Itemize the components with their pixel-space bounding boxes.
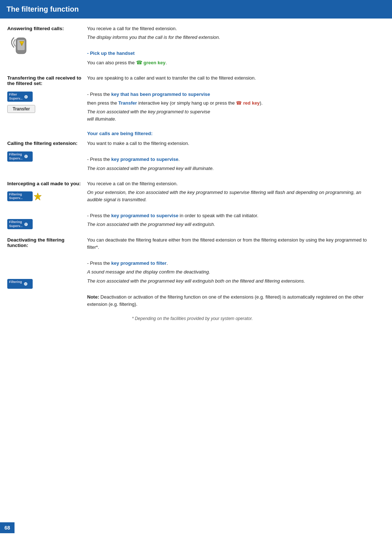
deactivating-text1: You can deactivate the filtering feature… [87, 236, 377, 251]
answering-pickup: - Pick up the handset [87, 50, 377, 57]
deactivating-italic1: A sound message and the display confirm … [87, 268, 377, 276]
calling-icon-area: Filtering Superv... ⊕ [7, 147, 82, 162]
note-label: Note: [87, 294, 99, 300]
answering-section: Answering filtered calls: [7, 25, 377, 68]
transfer-button-widget: Transfer [7, 105, 35, 113]
your-calls-heading: Your calls are being filtered: [87, 131, 377, 136]
intercepting-key-bold: key programmed to supervise [111, 213, 178, 218]
your-calls-subheading-row: Your calls are being filtered: [87, 131, 377, 136]
transferring-icon-area: Filter Superv... ⊕ Transfer [7, 88, 82, 113]
intercepting-icon-area: Filtering Superv... ! [7, 188, 82, 230]
calling-section: Calling the filtering extension: Filteri… [7, 140, 377, 174]
transferring-content: You are speaking to a caller and want to… [87, 74, 377, 124]
deactivating-instruction: - Press the key programmed to filter. [87, 260, 377, 267]
red-key-label: red key [243, 100, 260, 106]
superv-plus-icon2: ⊕ [24, 154, 28, 159]
page-header: The filtering function [0, 0, 392, 19]
ringing-phone-icon: ! [7, 34, 33, 56]
transferring-then: then press the Transfer interactive key … [87, 100, 377, 107]
press-key-bold: key that has been programmed to supervis… [111, 92, 210, 97]
footnote: * Depending on the facilities provided b… [7, 316, 377, 321]
superv-plus-icon: ⊕ [24, 94, 28, 100]
deactivating-content: You can deactivate the filtering feature… [87, 236, 377, 309]
transferring-italic: The icon associated with the key program… [87, 108, 377, 123]
calling-key-bold: key programmed to supervise [111, 157, 178, 162]
answering-text2: The display informs you that the call is… [87, 34, 377, 41]
intercepting-text1: You receive a call on the filtering exte… [87, 180, 377, 187]
page-number: 68 [0, 522, 15, 533]
intercepting-content: You receive a call on the filtering exte… [87, 180, 377, 230]
deactivating-label: Deactivating the filtering function: Fil… [7, 236, 87, 290]
filtering-key-deactivate: Filtering ⊕ [7, 279, 33, 289]
intercepting-italic1: On your extension, the icon associated w… [87, 189, 377, 203]
calling-text1: You want to make a call to the filtering… [87, 140, 377, 147]
transferring-text1: You are speaking to a caller and want to… [87, 74, 377, 82]
deactivating-key-bold: key programmed to filter [111, 260, 166, 266]
page-content: Answering filtered calls: [0, 19, 385, 328]
answering-icon-area: ! [7, 34, 82, 57]
intercepting-italic2: The icon associated with the programmed … [87, 221, 377, 228]
transfer-word-bold: Transfer [118, 100, 137, 106]
deactivating-note: Note: Deactivation or activation of the … [87, 293, 377, 308]
answering-content: You receive a call for the filtered exte… [87, 25, 377, 68]
calling-label: Calling the filtering extension: Filteri… [7, 140, 87, 162]
filtering-superv-alert-key: Filtering Superv... [7, 191, 33, 202]
filter-superv-key-widget: Filter Superv... ⊕ [7, 92, 33, 102]
transferring-instruction: - Press the key that has been programmed… [87, 91, 377, 98]
calling-italic: The icon associated with the programmed … [87, 165, 377, 172]
deactivating-italic2: The icon associated with the programmed … [87, 278, 377, 285]
deactivating-icon-area: Filtering ⊕ [7, 250, 82, 290]
superv-plus-icon4: ⊕ [24, 281, 28, 287]
green-key-label: green key [143, 60, 166, 65]
calling-content: You want to make a call to the filtering… [87, 140, 377, 174]
svg-text:!: ! [21, 43, 22, 45]
answering-greenkey: You can also press the ☎ green key. [87, 59, 377, 67]
intercepting-instruction2: - Press the key programmed to supervise … [87, 212, 377, 219]
intercepting-section: Intercepting a call made to you: Filteri… [7, 180, 377, 230]
intercepting-label: Intercepting a call made to you: Filteri… [7, 180, 87, 230]
calling-instruction: - Press the key programmed to supervise. [87, 156, 377, 163]
filtering-superv-key1: Filtering Superv... ⊕ [7, 151, 33, 162]
filtering-superv-key2: Filtering Superv... ⊕ [7, 219, 33, 229]
pickup-bold: - Pick up the handset [87, 50, 135, 56]
transferring-section: Transferring the call received to the fi… [7, 74, 377, 124]
phone-icon-inline: ☎ [136, 60, 142, 65]
deactivating-section: Deactivating the filtering function: Fil… [7, 236, 377, 309]
svg-text:!: ! [37, 195, 38, 199]
note-text: Deactivation or activation of the filter… [87, 294, 364, 307]
red-phone-icon: ☎ [236, 100, 242, 106]
starburst-alert-icon: ! [34, 193, 42, 200]
answering-text1: You receive a call for the filtered exte… [87, 25, 377, 32]
superv-plus-icon3: ⊕ [24, 222, 28, 227]
page-title: The filtering function [7, 5, 79, 13]
transferring-label: Transferring the call received to the fi… [7, 74, 87, 113]
answering-label: Answering filtered calls: [7, 25, 87, 57]
